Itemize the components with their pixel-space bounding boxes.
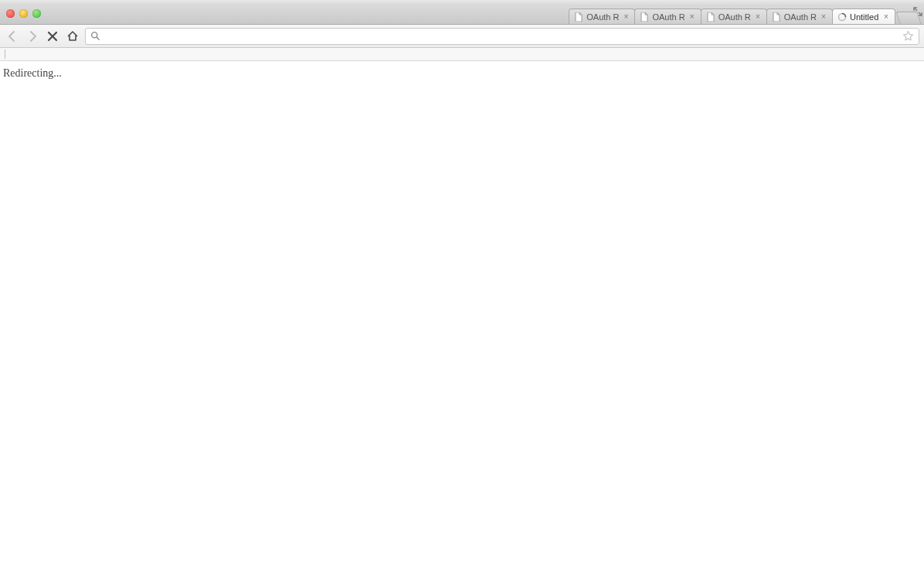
tab-strip: OAuth R × OAuth R × OAuth R × OAuth R × — [0, 6, 924, 25]
bookmark-star-icon[interactable] — [902, 30, 914, 42]
close-icon[interactable]: × — [754, 13, 762, 21]
window-zoom-button[interactable] — [32, 9, 41, 18]
address-input[interactable] — [105, 31, 898, 42]
tab-oauth-2[interactable]: OAuth R × — [634, 9, 701, 24]
tab-label: OAuth R — [718, 12, 751, 22]
bookmarks-divider — [5, 49, 5, 59]
forward-button[interactable] — [25, 29, 40, 44]
page-icon — [706, 12, 715, 22]
tab-label: OAuth R — [652, 12, 685, 22]
tab-label: OAuth R — [586, 12, 619, 22]
close-icon[interactable]: × — [688, 13, 696, 21]
tabs-container: OAuth R × OAuth R × OAuth R × OAuth R × — [569, 9, 919, 24]
page-content: Redirecting... — [0, 61, 924, 86]
tab-untitled[interactable]: Untitled × — [832, 9, 895, 24]
traffic-lights — [6, 9, 41, 18]
browser-toolbar — [0, 25, 924, 48]
back-button[interactable] — [5, 29, 20, 44]
stop-button[interactable] — [45, 29, 60, 44]
home-button[interactable] — [65, 29, 80, 44]
close-icon[interactable]: × — [622, 13, 630, 21]
tab-label: Untitled — [850, 12, 879, 22]
tab-oauth-1[interactable]: OAuth R × — [569, 9, 635, 24]
bookmarks-bar — [0, 48, 924, 61]
page-icon — [640, 12, 649, 22]
page-icon — [772, 12, 781, 22]
close-icon[interactable]: × — [882, 13, 890, 21]
loading-icon — [837, 12, 847, 22]
window-minimize-button[interactable] — [19, 9, 28, 18]
tab-label: OAuth R — [784, 12, 817, 22]
fullscreen-icon[interactable] — [913, 5, 922, 15]
tab-oauth-3[interactable]: OAuth R × — [701, 9, 767, 24]
close-icon[interactable]: × — [820, 13, 827, 21]
page-icon — [574, 12, 583, 22]
window-titlebar — [0, 0, 924, 6]
tab-oauth-4[interactable]: OAuth R × — [766, 9, 833, 24]
window-close-button[interactable] — [6, 9, 15, 18]
search-icon — [90, 31, 100, 41]
address-bar[interactable] — [85, 28, 919, 45]
redirect-text: Redirecting... — [3, 67, 62, 79]
